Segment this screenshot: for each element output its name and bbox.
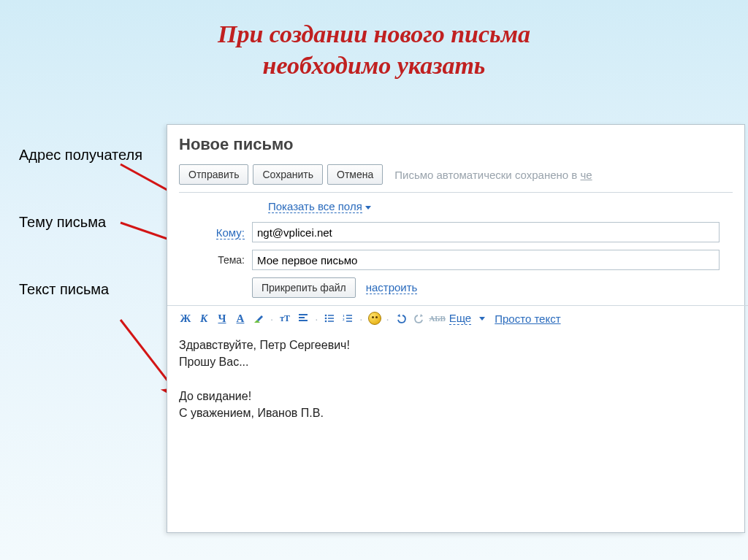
bold-icon[interactable]: Ж: [179, 312, 192, 325]
plain-text-link[interactable]: Просто текст: [495, 312, 560, 325]
callout-labels: Адрес получателя Тему письма Текст письм…: [19, 146, 150, 348]
configure-link[interactable]: настроить: [366, 281, 418, 294]
attach-file-button[interactable]: Прикрепить файл: [252, 277, 356, 298]
subject-input[interactable]: [252, 250, 720, 270]
italic-icon[interactable]: К: [197, 312, 210, 325]
bullet-list-icon[interactable]: [323, 312, 336, 325]
slide-title: При создании нового письма необходимо ук…: [0, 0, 748, 81]
autosave-text: Письмо автоматически сохранено в че: [394, 169, 592, 181]
subject-label: Тема:: [218, 254, 245, 266]
align-icon[interactable]: [297, 312, 310, 325]
chevron-down-icon: [365, 206, 371, 210]
show-all-fields-link[interactable]: Показать все поля: [268, 200, 362, 213]
strike-icon[interactable]: АБВ: [431, 312, 444, 325]
svg-point-0: [325, 315, 327, 317]
highlight-icon[interactable]: [252, 312, 265, 325]
chevron-down-icon: [479, 317, 485, 321]
font-size-icon[interactable]: тТ: [278, 312, 291, 325]
number-list-icon[interactable]: 12: [341, 312, 354, 325]
compose-toolbar: Отправить Сохранить Отмена Письмо автома…: [179, 164, 733, 185]
label-recipient: Адрес получателя: [19, 146, 150, 164]
label-body: Текст письма: [19, 280, 150, 298]
svg-point-2: [325, 321, 327, 323]
to-input[interactable]: [252, 222, 720, 242]
save-button[interactable]: Сохранить: [253, 164, 323, 185]
subject-row: Тема:: [252, 250, 733, 270]
send-button[interactable]: Отправить: [179, 164, 248, 185]
message-body[interactable]: Здравствуйте, Петр Сергеевич! Прошу Вас.…: [179, 337, 733, 421]
label-subject: Тему письма: [19, 213, 150, 231]
font-color-icon[interactable]: А: [234, 312, 247, 325]
cancel-button[interactable]: Отмена: [327, 164, 383, 185]
compose-window: Новое письмо Отправить Сохранить Отмена …: [167, 124, 745, 533]
compose-title: Новое письмо: [179, 135, 733, 154]
svg-text:2: 2: [343, 318, 345, 321]
more-format-link[interactable]: Еще: [449, 312, 472, 325]
to-row: Кому:: [252, 222, 733, 242]
to-label-link[interactable]: Кому:: [216, 226, 245, 239]
attach-row: Прикрепить файл настроить: [252, 277, 733, 298]
format-toolbar: Ж К Ч А · тТ · 12 ·: [179, 306, 733, 329]
underline-icon[interactable]: Ч: [215, 312, 229, 325]
redo-icon[interactable]: [413, 312, 426, 325]
svg-point-1: [325, 318, 327, 320]
smiley-icon[interactable]: [368, 312, 381, 325]
undo-icon[interactable]: [394, 312, 408, 325]
